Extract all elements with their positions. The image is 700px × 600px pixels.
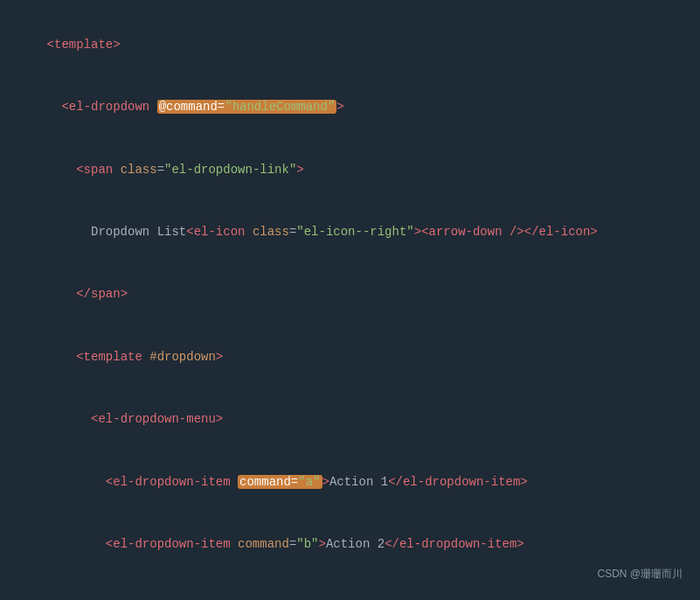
- code-line-8: <el-dropdown-item command="a">Action 1</…: [17, 451, 683, 513]
- code-line-1: <template>: [17, 14, 683, 76]
- code-viewer: <template> <el-dropdown @command="handle…: [0, 0, 700, 600]
- code-line-9: <el-dropdown-item command="b">Action 2</…: [17, 513, 683, 576]
- code-line-7: <el-dropdown-menu>: [17, 388, 683, 450]
- code-line-5: </span>: [17, 264, 683, 326]
- code-line-3: <span class="el-dropdown-link">: [17, 139, 683, 201]
- code-line-10: <el-dropdown-item command="c">Action 3</…: [17, 576, 683, 600]
- code-line-2: <el-dropdown @command="handleCommand">: [17, 76, 683, 138]
- watermark: CSDN @珊珊而川: [597, 565, 683, 583]
- code-line-6: <template #dropdown>: [17, 326, 683, 388]
- code-line-4: Dropdown List<el-icon class="el-icon--ri…: [17, 201, 683, 263]
